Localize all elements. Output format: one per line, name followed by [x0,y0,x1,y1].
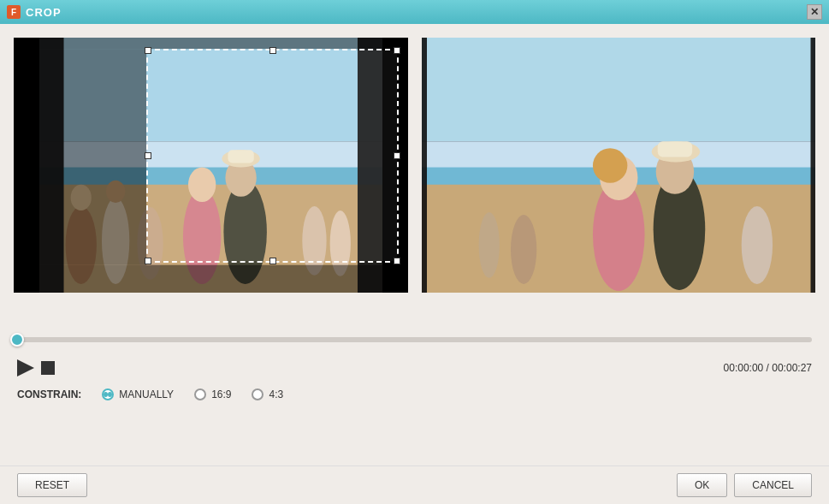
svg-rect-17 [38,38,63,293]
svg-point-6 [102,198,129,284]
svg-point-4 [66,206,97,284]
constrain-row: CONSTRAIN: MANUALLY 16:9 4:3 [0,380,829,409]
radio-16-9-label: 16:9 [211,388,231,400]
radio-option-16-9[interactable]: 16:9 [194,388,231,400]
crop-handle-br[interactable] [394,258,400,264]
crop-handle-bc[interactable] [269,258,276,264]
timeline-area [0,323,829,356]
output-preview [422,38,816,293]
radio-16-9[interactable] [194,388,206,400]
crop-handle-bl[interactable] [145,258,151,264]
svg-rect-39 [810,38,815,293]
scrubber-thumb[interactable] [10,333,24,347]
svg-rect-24 [422,38,816,141]
radio-4-3-label: 4:3 [269,388,283,400]
beach-scene-right [422,38,816,293]
main-content: 00:00:00 / 00:00:27 CONSTRAIN: MANUALLY … [0,24,829,504]
black-bar-left [14,38,39,293]
svg-point-5 [71,185,92,210]
crop-selection-box[interactable] [146,49,399,263]
radio-4-3[interactable] [252,388,264,400]
window-title: CROP [26,6,62,19]
crop-handle-ml[interactable] [145,152,151,159]
source-preview [14,38,408,293]
radio-option-manually[interactable]: MANUALLY [102,388,174,400]
constrain-label: CONSTRAIN: [17,388,81,400]
svg-rect-34 [657,141,691,157]
crop-handle-tr[interactable] [394,47,400,54]
cancel-button[interactable]: CANCEL [734,473,812,497]
title-bar-left: F CROP [7,5,62,19]
ok-button[interactable]: OK [677,473,727,497]
radio-manually-dot [104,392,108,397]
crop-handle-tl[interactable] [145,47,151,54]
transport-left [17,359,55,377]
play-button[interactable] [17,359,34,377]
scrubber-track[interactable] [17,337,812,342]
time-display: 00:00:00 / 00:00:27 [724,362,812,374]
radio-option-4-3[interactable]: 4:3 [252,388,283,400]
svg-point-36 [510,215,536,284]
svg-point-37 [478,212,499,278]
right-buttons: OK CANCEL [677,473,812,497]
bottom-bar: RESET OK CANCEL [0,465,829,504]
svg-point-7 [106,181,125,203]
transport-controls: 00:00:00 / 00:00:27 [0,356,829,380]
svg-point-30 [592,148,626,182]
svg-rect-38 [422,38,427,293]
reset-button[interactable]: RESET [17,473,87,497]
close-button[interactable]: ✕ [807,4,822,20]
radio-manually-label: MANUALLY [119,388,174,400]
crop-handle-mr[interactable] [394,152,400,159]
spacer [0,306,829,323]
svg-point-35 [741,206,772,284]
app-icon: F [7,5,21,19]
crop-handle-tc[interactable] [269,47,276,54]
preview-container [0,24,829,306]
title-bar: F CROP ✕ [0,0,829,24]
radio-manually[interactable] [102,388,114,400]
stop-button[interactable] [41,361,55,375]
